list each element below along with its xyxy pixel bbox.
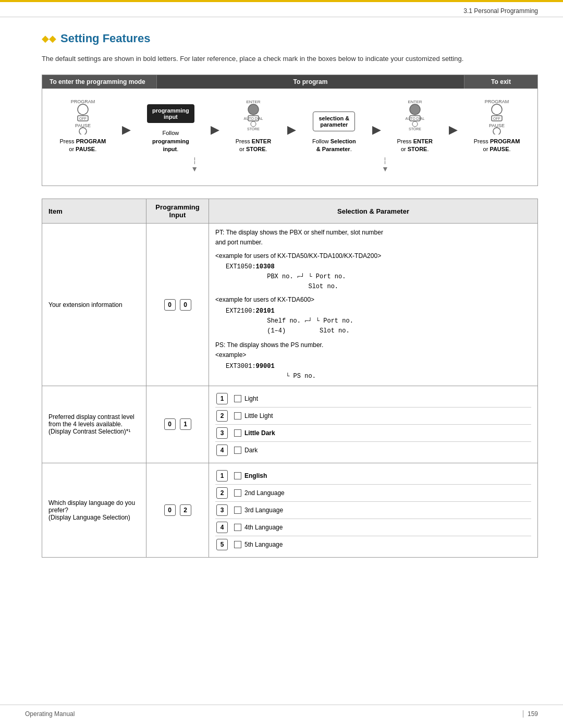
ext-pt-desc: PT: The display shows the PBX or shelf n…	[215, 228, 531, 248]
ext-example1-ext: EXT1050:10308	[226, 262, 531, 272]
language-option-2: 2 2nd Language	[215, 485, 531, 502]
phone-svg-6: PROGRAM OFF PAUSE	[483, 97, 510, 134]
step6-label: Press PROGRAMor PAUSE.	[474, 138, 520, 154]
language-options-cell: 1 English 2 2nd Language 3 3rd Language	[209, 463, 538, 557]
language-option-1: 1 English	[215, 467, 531, 485]
label-3rd-lang: 3rd Language	[244, 507, 283, 514]
diagram-header-program: To program	[157, 75, 464, 89]
ext-ps-desc: PS: The display shows the PS number.	[215, 340, 531, 350]
contrast-option-3: 3 Little Dark	[215, 425, 531, 442]
diagram-body: PROGRAM OFF PAUSE Press PROGRAMor PAUSE.…	[42, 89, 537, 158]
page-footer: Operating Manual 159	[0, 705, 563, 718]
checkbox-light	[234, 395, 241, 402]
down-arrow-2: ▼	[382, 157, 389, 181]
page-title-block: ◆◆ Setting Features	[42, 32, 538, 45]
checkbox-little-dark	[234, 429, 241, 437]
phone-svg-5: ENTER AUTO DIAL STORE	[401, 97, 429, 134]
checkbox-little-light	[234, 412, 241, 419]
language-option-4: 4 4th Language	[215, 519, 531, 536]
col-header-prog: ProgrammingInput	[146, 199, 209, 224]
ext-example1-pbx: PBX no. ⌐┘ └ Port no.	[226, 272, 531, 282]
step1-label: Press PROGRAMor PAUSE.	[59, 138, 106, 154]
step5-phone: ENTER AUTO DIAL STORE Press ENTERor STOR…	[397, 97, 432, 154]
page-number: 159	[528, 710, 538, 718]
page-header: 3.1 Personal Programming	[0, 0, 563, 17]
table-row: Your extension information 0 0 PT: The d…	[42, 224, 538, 386]
key-2a: 2	[180, 504, 191, 516]
item-cell-contrast: Preferred display contrast level from th…	[42, 386, 146, 463]
diagram-header-exit: To exit	[464, 75, 537, 89]
svg-point-23	[493, 128, 500, 134]
ext-example2-header: <example for users of KX-TDA600>	[215, 295, 531, 305]
sel-param-badge: selection &parameter	[313, 112, 355, 131]
svg-text:STORE: STORE	[247, 127, 260, 131]
step2-badge: programminginput Followprogramminginput.	[147, 104, 194, 153]
ext-example1-slot: Slot no.	[226, 282, 531, 292]
label-dark: Dark	[244, 447, 258, 454]
arrow3: ▶	[287, 123, 296, 153]
step6-phone: PROGRAM OFF PAUSE Press PROGRAMor PAUSE.	[474, 97, 520, 154]
checkbox-4th-lang	[234, 524, 241, 531]
label-4th-lang: 4th Language	[244, 524, 283, 531]
ext-example1-header: <example for users of KX-TDA50/KX-TDA100…	[215, 251, 531, 261]
prog-keys-language: 0 2	[153, 504, 202, 516]
features-table: Item ProgrammingInput Selection & Parame…	[42, 199, 538, 558]
svg-text:ENTER: ENTER	[246, 100, 260, 104]
checkbox-english	[234, 472, 241, 479]
svg-point-10	[251, 121, 256, 127]
item-label-contrast: Preferred display contrast level from th…	[48, 413, 134, 435]
key-lang-2: 2	[216, 487, 228, 499]
label-5th-lang: 5th Language	[244, 541, 283, 548]
svg-point-5	[79, 128, 87, 134]
col-header-item: Item	[42, 199, 146, 224]
prog-keys-contrast: 0 1	[153, 418, 202, 430]
footer-right: 159	[523, 710, 538, 718]
footer-label: Operating Manual	[25, 710, 75, 718]
key-lang-1: 1	[216, 470, 228, 482]
contrast-option-4: 4 Dark	[215, 442, 531, 459]
prog-cell-language: 0 2	[146, 463, 209, 557]
table-row: Preferred display contrast level from th…	[42, 386, 538, 463]
key-0c: 0	[164, 418, 176, 430]
key-1a: 1	[180, 418, 191, 430]
arrow4: ▶	[372, 123, 381, 153]
checkbox-2nd-lang	[234, 489, 241, 497]
ext-example2-ext: EXT2100:20101	[226, 306, 531, 316]
key-lang-3: 3	[216, 504, 228, 516]
arrow2: ▶	[211, 123, 219, 153]
ext-ps-example-header: <example>	[215, 350, 531, 360]
svg-text:PROGRAM: PROGRAM	[71, 99, 95, 104]
section-label: 3.1 Personal Programming	[463, 7, 538, 15]
contrast-option-1: 1 Light	[215, 390, 531, 408]
arrow5: ▶	[449, 123, 458, 153]
svg-point-13	[410, 104, 420, 115]
step1-phone: PROGRAM OFF PAUSE Press PROGRAMor PAUSE.	[59, 97, 106, 154]
svg-text:OFF: OFF	[493, 117, 500, 120]
footer-divider	[523, 710, 523, 718]
checkbox-3rd-lang	[234, 507, 241, 514]
svg-point-7	[248, 104, 259, 115]
prog-cell-ext: 0 0	[146, 224, 209, 386]
step2-label: Followprogramminginput.	[152, 129, 189, 153]
prog-cell-contrast: 0 1	[146, 386, 209, 463]
language-option-3: 3 3rd Language	[215, 502, 531, 519]
svg-text:AUTO DIAL: AUTO DIAL	[405, 117, 424, 120]
down-arrow-1: ▼	[191, 157, 198, 181]
svg-text:STORE: STORE	[409, 127, 421, 131]
programming-diagram: To enter the programming mode To program…	[42, 75, 538, 187]
item-cell-language: Which display language do you prefer?(Di…	[42, 463, 146, 557]
step4-badge: selection &parameter Follow Selection& P…	[312, 112, 356, 154]
step3-label: Press ENTERor STORE.	[236, 138, 271, 154]
key-contrast-3: 3	[216, 427, 228, 439]
key-contrast-4: 4	[216, 445, 228, 456]
ext-example2-range: (1–4) Slot no.	[226, 326, 531, 336]
checkbox-dark	[234, 447, 241, 454]
key-lang-5: 5	[216, 539, 228, 550]
diagram-header-enter: To enter the programming mode	[42, 75, 157, 89]
phone-svg-1: PROGRAM OFF PAUSE	[69, 97, 96, 134]
language-option-5: 5 5th Language	[215, 536, 531, 553]
contrast-options-cell: 1 Light 2 Little Light 3 Little Dark	[209, 386, 538, 463]
label-little-light: Little Light	[244, 412, 273, 419]
svg-text:OFF: OFF	[79, 117, 87, 120]
ext-info-cell: PT: The display shows the PBX or shelf n…	[209, 224, 538, 386]
